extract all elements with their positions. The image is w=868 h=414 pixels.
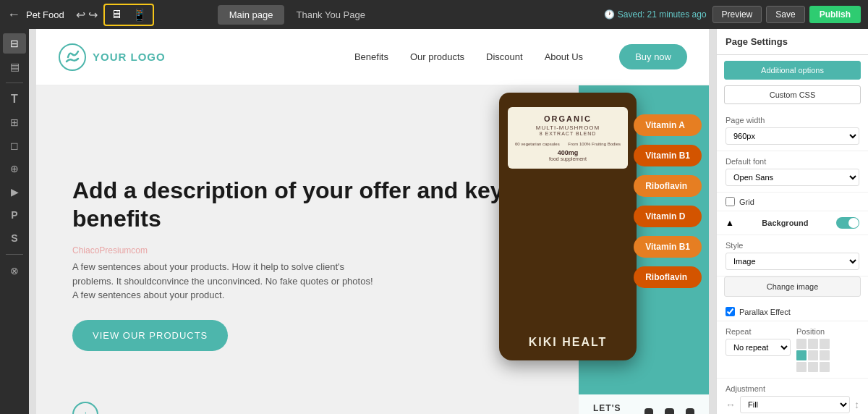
saved-text: Saved: 21 minutes ago	[618, 9, 707, 20]
position-buttons	[796, 339, 833, 372]
pos-btn-8[interactable]	[808, 362, 818, 372]
sidebar-icon-media[interactable]: ◻	[3, 135, 26, 156]
adj-right-icon[interactable]: ↕	[854, 399, 859, 410]
pos-btn-2[interactable]	[808, 339, 818, 349]
back-button[interactable]: ←	[7, 7, 20, 22]
sidebar-icon-payment[interactable]: P	[3, 205, 26, 225]
bottle-multi: MULTI-MUSHROOM	[512, 124, 624, 131]
nav-link-products[interactable]: Our products	[410, 51, 464, 62]
preview-button[interactable]: Preview	[712, 6, 762, 23]
hero-desc-3: A few sentences about your product.	[72, 288, 542, 303]
scroll-indicator: ↓	[72, 402, 98, 414]
hero-left: Add a description of your offer and key …	[36, 85, 579, 414]
adjustment-row: ↔ Fill ↕	[726, 396, 859, 413]
pos-btn-3[interactable]	[820, 339, 830, 349]
tab-thank-you-page[interactable]: Thank You Page	[284, 5, 376, 25]
bottle-from: From 100% Fruiting Bodies	[568, 142, 621, 146]
youtube-icon[interactable]: ▶	[686, 408, 694, 414]
page-width-select[interactable]: 960px	[726, 127, 859, 145]
grid-label: Grid	[739, 198, 754, 206]
tab-main-page[interactable]: Main page	[218, 5, 285, 25]
page-width-section: Page width 960px	[717, 110, 868, 151]
grid-checkbox[interactable]	[726, 197, 735, 206]
action-buttons: Preview Save Publish	[712, 6, 861, 23]
background-toggle[interactable]	[836, 217, 859, 229]
adjustment-select[interactable]: Fill	[740, 396, 850, 413]
save-button[interactable]: Save	[766, 6, 804, 23]
adjustment-section: Adjustment ↔ Fill ↕ ✓ | ⊙	[717, 379, 868, 414]
device-toggle: 🖥 📱	[103, 4, 154, 26]
tab-custom-css[interactable]: Custom CSS	[724, 85, 861, 104]
sidebar-icon-user[interactable]: ⊗	[3, 261, 26, 281]
pos-btn-9[interactable]	[820, 362, 830, 372]
sidebar-icon-widget[interactable]: ⊕	[3, 159, 26, 179]
canvas-area: YOUR LOGO Benefits Our products Discount…	[29, 29, 716, 414]
pos-btn-7[interactable]	[796, 362, 807, 372]
product-bottle: ORGANIC MULTI-MUSHROOM 8 EXTRACT BLEND 6…	[499, 93, 637, 360]
nav-links: Benefits Our products Discount About Us …	[354, 44, 687, 69]
instagram-icon[interactable]: ◉	[665, 408, 673, 414]
social-bar: LET'S GET SOCIAL f ◉ ▶	[579, 394, 709, 414]
right-panel: Page Settings Additional options Custom …	[716, 29, 868, 414]
repeat-select[interactable]: No repeat	[726, 339, 791, 356]
position-label: Position	[796, 327, 859, 336]
parallax-row: Parallax Effect	[717, 303, 868, 321]
publish-button[interactable]: Publish	[809, 6, 861, 23]
mobile-view-button[interactable]: 📱	[128, 7, 151, 23]
panel-title: Page Settings	[717, 29, 868, 55]
repeat-label: Repeat	[726, 327, 791, 336]
adjustment-label: Adjustment	[726, 384, 859, 393]
default-font-section: Default font Open Sans	[717, 151, 868, 193]
bottle-food: food supplement	[512, 156, 624, 161]
preview-nav: YOUR LOGO Benefits Our products Discount…	[36, 29, 709, 85]
hero-section: Add a description of your offer and key …	[36, 85, 709, 414]
background-section-header: ▲ Background	[717, 211, 868, 235]
sidebar-icon-video[interactable]: ▶	[3, 182, 26, 202]
undo-redo-group: ↩ ↪	[76, 8, 98, 22]
pos-btn-5[interactable]	[808, 350, 818, 360]
nav-link-benefits[interactable]: Benefits	[354, 51, 388, 62]
redo-button[interactable]: ↪	[88, 8, 98, 22]
pos-btn-6[interactable]	[820, 350, 830, 360]
sidebar-icon-layers[interactable]: ⊟	[3, 33, 26, 54]
clock-icon: 🕐	[604, 9, 615, 20]
top-bar: ← Pet Food ↩ ↪ 🖥 📱 Main page Thank You P…	[0, 0, 868, 29]
panel-tabs: Additional options	[717, 55, 868, 85]
change-image-button[interactable]: Change image	[724, 276, 861, 297]
desktop-view-button[interactable]: 🖥	[106, 7, 127, 23]
nav-link-discount[interactable]: Discount	[486, 51, 523, 62]
parallax-checkbox[interactable]	[726, 307, 735, 316]
pos-btn-1[interactable]	[796, 339, 807, 349]
style-select[interactable]: Image	[726, 253, 859, 270]
project-name: Pet Food	[26, 9, 64, 20]
tab-additional-options[interactable]: Additional options	[724, 61, 861, 80]
sidebar-icon-store[interactable]: S	[3, 228, 26, 248]
sidebar-icon-layout[interactable]: ⊞	[3, 112, 26, 132]
vitamin-badge-riboflavin-1: Riboflavin	[634, 175, 702, 197]
social-bar-text: LET'S GET SOCIAL	[593, 403, 633, 414]
logo-text: YOUR LOGO	[93, 51, 166, 63]
parallax-label: Parallax Effect	[739, 308, 791, 316]
default-font-label: Default font	[726, 157, 859, 166]
toggle-knob	[848, 218, 859, 228]
saved-status: 🕐 Saved: 21 minutes ago	[604, 9, 707, 20]
background-label: Background	[762, 219, 808, 227]
hero-desc-1: A few sentences about your products. How…	[72, 260, 542, 274]
page-width-label: Page width	[726, 116, 859, 124]
nav-link-about[interactable]: About Us	[545, 51, 583, 62]
default-font-select[interactable]: Open Sans	[726, 169, 859, 186]
buy-now-button[interactable]: Buy now	[619, 44, 687, 69]
view-products-button[interactable]: VIEW OUR PRODUCTS	[72, 320, 228, 351]
facebook-icon[interactable]: f	[644, 408, 653, 414]
style-section: Style Image	[717, 235, 868, 276]
position-col: Position	[796, 327, 859, 372]
sidebar-icon-sections[interactable]: ▤	[3, 56, 26, 77]
adj-left-icon[interactable]: ↔	[726, 399, 736, 410]
main-area: ⊟ ▤ T ⊞ ◻ ⊕ ▶ P S ⊗ YOUR LOGO	[0, 29, 868, 414]
repeat-col: Repeat No repeat	[726, 327, 791, 372]
hero-desc-2: problems. It shouldconvince the unconvin…	[72, 274, 542, 289]
pos-btn-4[interactable]	[796, 350, 807, 360]
undo-button[interactable]: ↩	[76, 8, 85, 22]
vitamin-badge-riboflavin-2: Riboflavin	[634, 266, 702, 288]
sidebar-icon-text[interactable]: T	[3, 89, 26, 109]
